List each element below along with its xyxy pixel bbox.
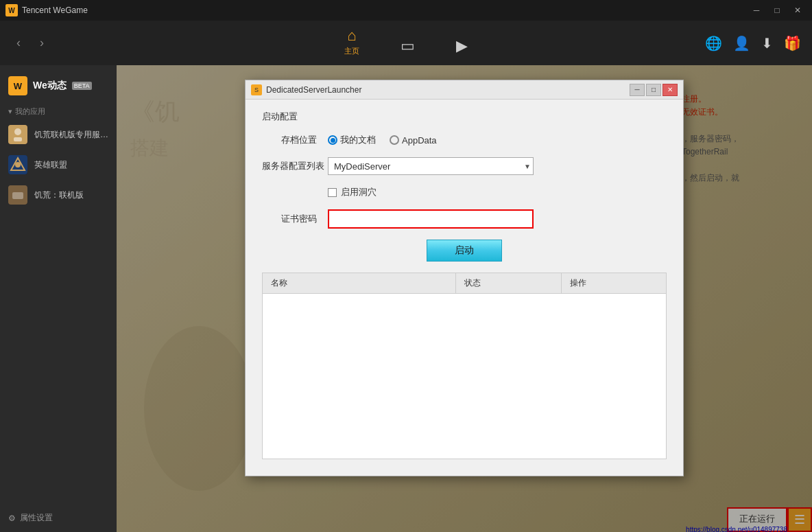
dialog-title: DedicatedServerLauncher	[266, 85, 361, 95]
dialog-content: 启动配置 存档位置 我的文档 AppData	[246, 100, 683, 476]
dedicated-server-dialog: S DedicatedServerLauncher ─ □ ✕ 启动配置 存档位…	[245, 80, 684, 476]
sidebar-header: W We动态 BETA	[0, 71, 117, 101]
title-bar-left: W Tencent WeGame	[5, 4, 88, 16]
radio-mydocs[interactable]: 我的文档	[328, 134, 376, 146]
sidebar-item-label-lol: 英雄联盟	[34, 159, 67, 171]
dialog-close-button[interactable]: ✕	[662, 84, 678, 96]
settings-label: 属性设置	[20, 512, 53, 524]
server-list-row: 服务器配置列表 MyDediServer ▼	[262, 157, 667, 175]
sidebar-item-label-famine-server: 饥荒联机版专用服…	[34, 129, 108, 141]
gift-icon[interactable]: 🎁	[784, 35, 801, 51]
dialog-maximize-button[interactable]: □	[646, 84, 661, 96]
radio-appdata-label: AppData	[402, 135, 437, 146]
lol-icon	[8, 155, 27, 174]
minimize-button[interactable]: ─	[748, 3, 765, 17]
nav-center: ⌂ 主页 ▭ ▶	[344, 27, 468, 59]
app-title: Tencent WeGame	[22, 5, 88, 15]
sidebar-item-label-famine-mobile: 饥荒：联机版	[34, 189, 84, 201]
famine-mobile-icon	[8, 185, 27, 205]
radio-appdata[interactable]: AppData	[390, 135, 437, 146]
download-icon[interactable]: ⬇	[761, 35, 773, 51]
sidebar-badge: BETA	[72, 82, 92, 90]
nav-monitor[interactable]: ▭	[401, 37, 415, 59]
nav-bar: ‹ › ⌂ 主页 ▭ ▶ 🌐 👤 ⬇ 🎁	[0, 21, 812, 65]
server-table: 名称 状态 操作	[262, 273, 667, 459]
radio-mydocs-label: 我的文档	[340, 134, 376, 146]
nav-right-icons: 🌐 👤 ⬇ 🎁	[705, 35, 801, 51]
cert-password-input[interactable]	[328, 209, 534, 229]
sidebar-title: We动态	[33, 80, 67, 92]
table-col-action: 操作	[562, 273, 667, 293]
play-icon: ▶	[456, 37, 468, 55]
cave-checkbox-row: 启用洞穴	[328, 186, 667, 198]
svg-point-1	[14, 128, 21, 135]
radio-appdata-dot	[390, 135, 399, 145]
table-body	[263, 294, 666, 459]
maximize-button[interactable]: □	[768, 3, 786, 17]
home-label: 主页	[344, 46, 359, 56]
start-btn-row: 启动	[262, 240, 667, 262]
logo-text: W	[8, 7, 14, 14]
svg-rect-7	[12, 192, 23, 199]
cave-checkbox-label: 启用洞穴	[341, 186, 377, 198]
content-area: 《饥 搭建 注册。 无效证书。 ，服务器密码， TogetherRail ，然后…	[117, 65, 812, 532]
dialog-app-icon: S	[251, 84, 262, 95]
famine-server-icon	[8, 125, 27, 144]
sidebar-logo: W	[8, 76, 27, 95]
server-dropdown-wrapper: MyDediServer ▼	[328, 157, 534, 175]
table-header: 名称 状态 操作	[263, 273, 666, 294]
app-logo: W	[5, 4, 18, 16]
svg-rect-2	[14, 137, 22, 141]
sidebar-item-lol[interactable]: 英雄联盟	[0, 150, 117, 180]
settings-icon: ⚙	[8, 513, 16, 523]
radio-mydocs-dot	[328, 135, 337, 145]
storage-label: 存档位置	[262, 134, 317, 146]
cert-label: 证书密码	[262, 213, 317, 225]
server-dropdown[interactable]: MyDediServer	[328, 157, 534, 175]
server-list-label: 服务器配置列表	[262, 160, 317, 172]
dialog-titlebar-left: S DedicatedServerLauncher	[251, 84, 361, 95]
storage-location-row: 存档位置 我的文档 AppData	[262, 134, 667, 146]
title-bar: W Tencent WeGame ─ □ ✕	[0, 0, 812, 21]
sidebar-item-famine-mobile[interactable]: 饥荒：联机版	[0, 180, 117, 210]
person-icon[interactable]: 👤	[733, 35, 750, 51]
dialog-minimize-button[interactable]: ─	[630, 84, 645, 96]
nav-home[interactable]: ⌂ 主页	[344, 27, 359, 59]
settings-button[interactable]: ⚙ 属性设置	[8, 512, 108, 524]
table-col-status: 状态	[456, 273, 562, 293]
title-bar-controls: ─ □ ✕	[748, 3, 807, 17]
dialog-section-title: 启动配置	[262, 111, 667, 123]
monitor-icon: ▭	[401, 37, 415, 55]
cave-checkbox[interactable]	[328, 188, 337, 197]
dialog-titlebar-controls: ─ □ ✕	[630, 84, 678, 96]
main-layout: W We动态 BETA ▾ 我的应用 饥荒联机版专用服… 英雄联盟 饥荒：联机版	[0, 65, 812, 532]
sidebar-item-famine-server[interactable]: 饥荒联机版专用服…	[0, 119, 117, 150]
modal-overlay: S DedicatedServerLauncher ─ □ ✕ 启动配置 存档位…	[117, 65, 812, 532]
start-button[interactable]: 启动	[427, 240, 502, 262]
sidebar-section: ▾ 我的应用	[0, 104, 117, 119]
nav-back-forward: ‹ ›	[11, 33, 49, 53]
sidebar: W We动态 BETA ▾ 我的应用 饥荒联机版专用服… 英雄联盟 饥荒：联机版	[0, 65, 117, 532]
back-button[interactable]: ‹	[11, 33, 26, 53]
cert-row: 证书密码	[262, 209, 667, 229]
svg-point-5	[15, 162, 21, 167]
nav-play[interactable]: ▶	[456, 37, 468, 59]
section-label: 我的应用	[15, 106, 45, 117]
sidebar-bottom: ⚙ 属性设置	[0, 504, 117, 532]
expand-icon: ▾	[8, 107, 12, 116]
table-col-name: 名称	[263, 273, 456, 293]
close-button[interactable]: ✕	[789, 3, 807, 17]
dialog-titlebar: S DedicatedServerLauncher ─ □ ✕	[246, 80, 683, 100]
forward-button[interactable]: ›	[34, 33, 49, 53]
storage-controls: 我的文档 AppData	[328, 134, 667, 146]
home-icon: ⌂	[347, 27, 356, 45]
globe-icon[interactable]: 🌐	[705, 35, 722, 51]
